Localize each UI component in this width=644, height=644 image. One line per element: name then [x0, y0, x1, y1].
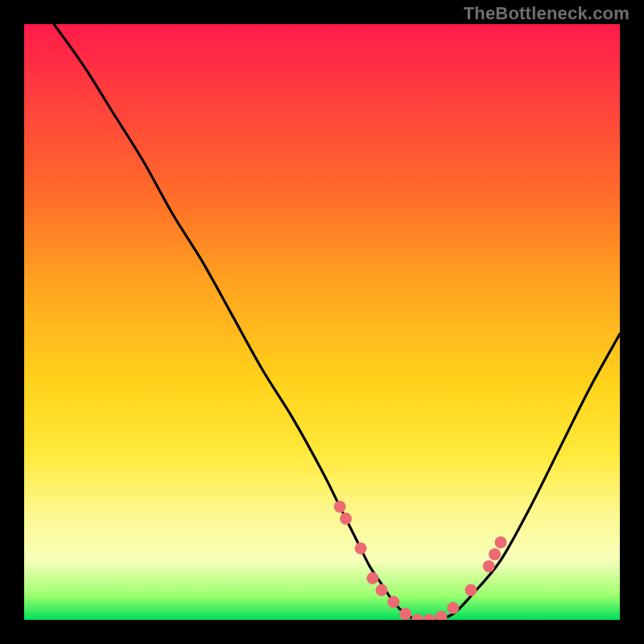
- data-marker: [436, 611, 448, 620]
- data-marker: [387, 596, 399, 608]
- chart-container: TheBottleneck.com: [0, 0, 644, 644]
- data-marker: [366, 572, 378, 584]
- data-marker: [399, 608, 411, 620]
- data-marker: [411, 614, 423, 621]
- data-marker: [465, 584, 477, 597]
- data-marker: [355, 543, 367, 555]
- data-marker: [495, 536, 507, 548]
- watermark-text: TheBottleneck.com: [464, 3, 630, 24]
- data-marker: [489, 548, 501, 560]
- bottleneck-curve: [54, 24, 620, 620]
- data-marker: [340, 513, 352, 525]
- data-marker: [334, 501, 346, 513]
- plot-area: [24, 24, 620, 620]
- data-marker: [483, 560, 495, 572]
- data-marker: [447, 602, 459, 614]
- data-marker: [423, 614, 436, 621]
- curve-layer: [24, 24, 620, 620]
- data-markers: [334, 501, 507, 620]
- data-marker: [376, 584, 388, 597]
